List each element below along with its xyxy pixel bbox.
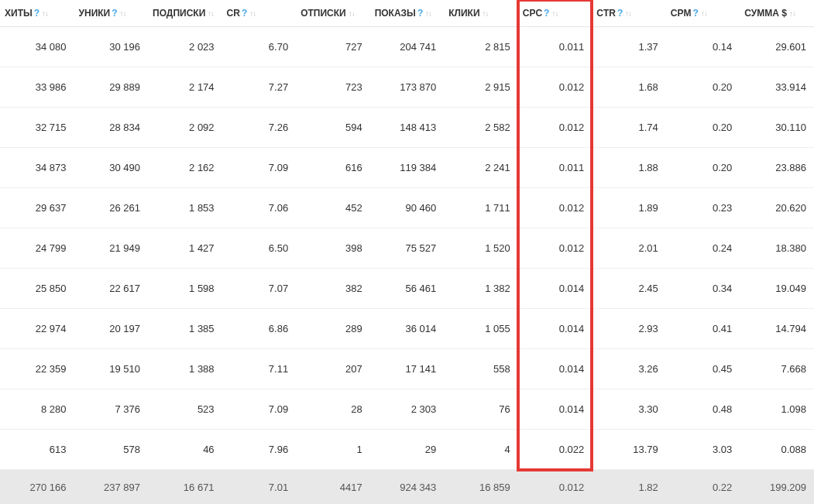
- help-icon[interactable]: ?: [242, 8, 247, 19]
- cell: 7.26: [222, 108, 297, 148]
- cell: 558: [444, 349, 518, 389]
- cell: 76: [444, 389, 518, 430]
- cell: 7 376: [74, 389, 149, 430]
- cell: 20.620: [740, 188, 814, 228]
- sort-icon[interactable]: ↑↓: [625, 9, 631, 18]
- cell: 6.70: [222, 27, 297, 67]
- table-totals-row: 270 166237 89716 6717.014417924 34316 85…: [0, 470, 814, 505]
- col-header-уники[interactable]: УНИКИ?↑↓: [74, 0, 149, 27]
- col-header-ctr[interactable]: CTR?↑↓: [592, 0, 666, 27]
- cell: 75 527: [370, 228, 445, 269]
- cell: 723: [296, 67, 370, 108]
- col-label: CPM: [671, 8, 692, 19]
- col-header-cr[interactable]: CR?↑↓: [222, 0, 297, 27]
- cell: 33 986: [0, 67, 74, 108]
- cell: 0.012: [518, 108, 592, 148]
- cell: 0.20: [666, 108, 740, 148]
- col-label: ХИТЫ: [5, 8, 33, 19]
- cell: 32 715: [0, 108, 74, 148]
- cell: 17 141: [370, 349, 445, 389]
- cell: 7.09: [222, 148, 297, 188]
- cell: 30 490: [74, 148, 149, 188]
- cell: 1.74: [592, 108, 666, 148]
- cell: 22 974: [0, 309, 74, 349]
- cell: 2 162: [148, 148, 222, 188]
- cell: 7.07: [222, 269, 297, 309]
- col-header-показы[interactable]: ПОКАЗЫ?↑↓: [370, 0, 445, 27]
- cell: 398: [296, 228, 370, 269]
- sort-icon[interactable]: ↑↓: [42, 9, 48, 18]
- col-header-подписки[interactable]: ПОДПИСКИ↑↓: [148, 0, 222, 27]
- cell: 56 461: [370, 269, 445, 309]
- cell: 1 598: [148, 269, 222, 309]
- cell: 7.06: [222, 188, 297, 228]
- stats-table-container: ХИТЫ?↑↓УНИКИ?↑↓ПОДПИСКИ↑↓CR?↑↓ОТПИСКИ↑↓П…: [0, 0, 814, 504]
- cell: 19 510: [74, 349, 149, 389]
- total-cell: 16 859: [444, 470, 518, 505]
- help-icon[interactable]: ?: [34, 8, 39, 19]
- total-cell: 270 166: [0, 470, 74, 505]
- col-header-клики[interactable]: КЛИКИ↑↓: [444, 0, 518, 27]
- cell: 1 520: [444, 228, 518, 269]
- cell: 0.23: [666, 188, 740, 228]
- total-cell: 237 897: [74, 470, 149, 505]
- cell: 0.014: [518, 309, 592, 349]
- col-header-хиты[interactable]: ХИТЫ?↑↓: [0, 0, 74, 27]
- cell: 46: [148, 430, 222, 470]
- cell: 8 280: [0, 389, 74, 430]
- cell: 0.48: [666, 389, 740, 430]
- table-row: 32 71528 8342 0927.26594148 4132 5820.01…: [0, 108, 814, 148]
- cell: 1.88: [592, 148, 666, 188]
- sort-icon[interactable]: ↑↓: [701, 9, 707, 18]
- cell: 3.03: [666, 430, 740, 470]
- cell: 22 617: [74, 269, 149, 309]
- help-icon[interactable]: ?: [417, 8, 423, 19]
- cell: 0.41: [666, 309, 740, 349]
- help-icon[interactable]: ?: [617, 8, 623, 19]
- cell: 2 174: [148, 67, 222, 108]
- total-cell: 924 343: [370, 470, 445, 505]
- col-header-сумма-$[interactable]: СУММА $↑↓: [740, 0, 814, 27]
- cell: 452: [296, 188, 370, 228]
- cell: 578: [74, 430, 149, 470]
- table-row: 8 2807 3765237.09282 303760.0143.300.481…: [0, 389, 814, 430]
- sort-icon[interactable]: ↑↓: [483, 9, 489, 18]
- sort-icon[interactable]: ↑↓: [249, 9, 256, 18]
- cell: 30 196: [74, 27, 149, 67]
- cell: 1.098: [740, 389, 814, 430]
- cell: 0.012: [518, 228, 592, 269]
- cell: 2 582: [444, 108, 518, 148]
- total-cell: 0.22: [666, 470, 740, 505]
- table-row: 22 97420 1971 3856.8628936 0141 0550.014…: [0, 309, 814, 349]
- sort-icon[interactable]: ↑↓: [208, 9, 214, 18]
- cell: 19.049: [740, 269, 814, 309]
- cell: 173 870: [370, 67, 445, 108]
- cell: 28 834: [74, 108, 149, 148]
- cell: 29.601: [740, 27, 814, 67]
- col-header-cpc[interactable]: CPC?↑↓: [518, 0, 592, 27]
- help-icon[interactable]: ?: [692, 8, 698, 19]
- col-label: CPC: [523, 8, 542, 19]
- cell: 7.27: [222, 67, 297, 108]
- cell: 2 023: [148, 27, 222, 67]
- help-icon[interactable]: ?: [112, 8, 117, 19]
- sort-icon[interactable]: ↑↓: [789, 9, 795, 18]
- col-header-отписки[interactable]: ОТПИСКИ↑↓: [296, 0, 370, 27]
- cell: 1.37: [592, 27, 666, 67]
- cell: 0.012: [518, 67, 592, 108]
- cell: 7.96: [222, 430, 297, 470]
- sort-icon[interactable]: ↑↓: [349, 9, 355, 18]
- cell: 29 637: [0, 188, 74, 228]
- sort-icon[interactable]: ↑↓: [551, 9, 558, 18]
- cell: 523: [148, 389, 222, 430]
- cell: 0.014: [518, 389, 592, 430]
- cell: 24 799: [0, 228, 74, 269]
- cell: 7.668: [740, 349, 814, 389]
- sort-icon[interactable]: ↑↓: [120, 9, 126, 18]
- table-row: 33 98629 8892 1747.27723173 8702 9150.01…: [0, 67, 814, 108]
- sort-icon[interactable]: ↑↓: [425, 9, 431, 18]
- table-row: 613578467.9612940.02213.793.030.088: [0, 430, 814, 470]
- cell: 0.022: [518, 430, 592, 470]
- help-icon[interactable]: ?: [544, 8, 549, 19]
- col-header-cpm[interactable]: CPM?↑↓: [666, 0, 740, 27]
